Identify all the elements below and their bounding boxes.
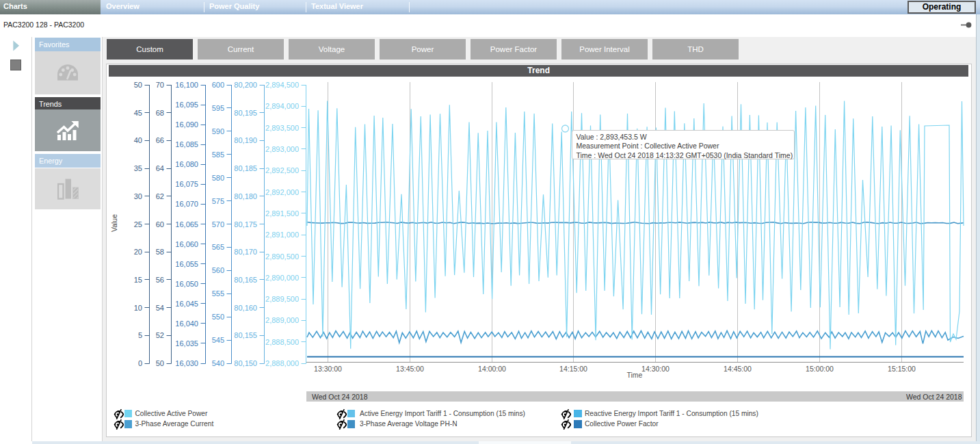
svg-text:540: 540 bbox=[212, 359, 224, 367]
svg-text:14:15:00: 14:15:00 bbox=[559, 365, 587, 373]
svg-text:600: 600 bbox=[212, 81, 224, 89]
svg-text:2,892,000: 2,892,000 bbox=[265, 188, 299, 196]
svg-text:2,893,000: 2,893,000 bbox=[265, 145, 299, 153]
svg-text:555: 555 bbox=[212, 289, 224, 298]
svg-text:80,195: 80,195 bbox=[234, 109, 257, 117]
svg-text:16,075: 16,075 bbox=[175, 180, 198, 188]
svg-text:545: 545 bbox=[212, 336, 224, 344]
svg-text:50: 50 bbox=[134, 81, 142, 89]
svg-text:16,100: 16,100 bbox=[175, 81, 198, 89]
svg-text:80,190: 80,190 bbox=[234, 136, 257, 144]
svg-text:550: 550 bbox=[212, 313, 224, 321]
svg-text:585: 585 bbox=[212, 151, 224, 159]
svg-text:570: 570 bbox=[212, 220, 224, 228]
svg-text:2,891,500: 2,891,500 bbox=[265, 209, 299, 218]
svg-text:80,175: 80,175 bbox=[234, 220, 257, 228]
svg-text:15: 15 bbox=[134, 276, 142, 284]
svg-text:590: 590 bbox=[212, 127, 224, 135]
svg-text:54: 54 bbox=[156, 304, 164, 312]
svg-text:16,040: 16,040 bbox=[175, 319, 198, 328]
svg-text:16,045: 16,045 bbox=[175, 300, 198, 308]
svg-text:2,888,500: 2,888,500 bbox=[265, 338, 299, 346]
svg-text:35: 35 bbox=[134, 164, 142, 172]
svg-text:45: 45 bbox=[134, 109, 142, 117]
svg-text:30: 30 bbox=[134, 192, 142, 200]
svg-text:2,893,500: 2,893,500 bbox=[265, 124, 299, 132]
svg-text:Value: Value bbox=[110, 214, 118, 232]
svg-text:62: 62 bbox=[156, 192, 164, 200]
svg-text:14:45:00: 14:45:00 bbox=[724, 365, 752, 373]
svg-text:Time: Time bbox=[627, 371, 643, 379]
svg-text:80,180: 80,180 bbox=[234, 192, 257, 200]
svg-text:5: 5 bbox=[138, 331, 142, 339]
svg-text:80,165: 80,165 bbox=[234, 276, 257, 284]
svg-text:14:30:00: 14:30:00 bbox=[641, 365, 670, 373]
svg-text:13:45:00: 13:45:00 bbox=[396, 365, 424, 373]
svg-text:595: 595 bbox=[212, 104, 224, 112]
svg-text:80,185: 80,185 bbox=[234, 164, 257, 172]
svg-text:40: 40 bbox=[134, 136, 142, 144]
svg-text:68: 68 bbox=[156, 109, 164, 117]
svg-text:2,891,000: 2,891,000 bbox=[265, 231, 299, 239]
svg-text:80,155: 80,155 bbox=[234, 331, 257, 339]
svg-text:66: 66 bbox=[156, 136, 164, 144]
svg-text:16,070: 16,070 bbox=[175, 200, 198, 208]
svg-text:2,894,000: 2,894,000 bbox=[265, 102, 299, 110]
svg-text:52: 52 bbox=[156, 331, 164, 339]
svg-text:2,890,500: 2,890,500 bbox=[265, 252, 299, 261]
svg-text:13:30:00: 13:30:00 bbox=[314, 365, 342, 373]
svg-text:80,200: 80,200 bbox=[234, 81, 257, 89]
svg-text:0: 0 bbox=[138, 359, 142, 367]
svg-text:565: 565 bbox=[212, 243, 224, 251]
svg-text:575: 575 bbox=[212, 197, 224, 205]
svg-text:16,030: 16,030 bbox=[175, 359, 198, 367]
svg-text:80,150: 80,150 bbox=[234, 359, 257, 367]
svg-text:15:15:00: 15:15:00 bbox=[888, 365, 916, 373]
svg-text:60: 60 bbox=[156, 220, 164, 228]
svg-text:70: 70 bbox=[156, 81, 164, 89]
svg-text:10: 10 bbox=[134, 304, 142, 312]
svg-text:16,090: 16,090 bbox=[175, 120, 198, 129]
svg-text:56: 56 bbox=[156, 276, 164, 284]
svg-text:2,889,500: 2,889,500 bbox=[265, 295, 299, 303]
svg-text:580: 580 bbox=[212, 174, 224, 182]
svg-text:15:00:00: 15:00:00 bbox=[806, 365, 834, 373]
svg-text:16,065: 16,065 bbox=[175, 220, 198, 228]
svg-text:50: 50 bbox=[156, 359, 164, 367]
svg-text:16,085: 16,085 bbox=[175, 140, 198, 148]
svg-text:16,080: 16,080 bbox=[175, 160, 198, 168]
svg-text:2,890,000: 2,890,000 bbox=[265, 274, 299, 282]
svg-text:64: 64 bbox=[156, 164, 164, 172]
svg-text:16,055: 16,055 bbox=[175, 260, 198, 268]
svg-text:2,889,000: 2,889,000 bbox=[265, 316, 299, 324]
svg-text:560: 560 bbox=[212, 266, 224, 274]
svg-text:16,035: 16,035 bbox=[175, 339, 198, 348]
svg-text:2,894,500: 2,894,500 bbox=[265, 81, 299, 89]
svg-text:80,160: 80,160 bbox=[234, 304, 257, 312]
svg-text:16,060: 16,060 bbox=[175, 240, 198, 248]
svg-text:20: 20 bbox=[134, 248, 142, 256]
svg-text:25: 25 bbox=[134, 220, 142, 228]
svg-text:16,050: 16,050 bbox=[175, 280, 198, 288]
svg-text:14:00:00: 14:00:00 bbox=[478, 365, 506, 373]
svg-text:2,888,000: 2,888,000 bbox=[265, 359, 299, 367]
svg-text:16,095: 16,095 bbox=[175, 101, 198, 109]
svg-text:2,892,500: 2,892,500 bbox=[265, 166, 299, 174]
svg-text:80,170: 80,170 bbox=[234, 248, 257, 256]
svg-text:58: 58 bbox=[156, 248, 164, 256]
